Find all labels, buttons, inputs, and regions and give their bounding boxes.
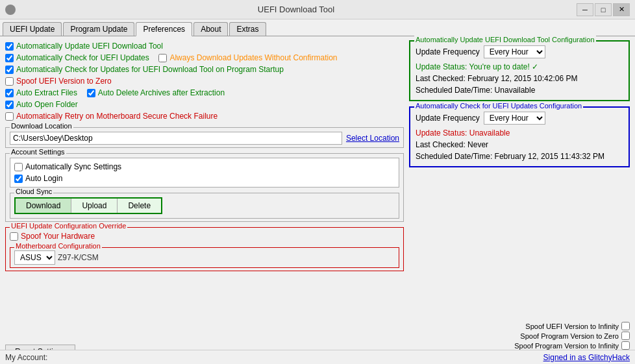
spoof-version-checkbox[interactable] [5,77,14,86]
auto-sync-row: Automatically Sync Settings [14,161,395,173]
spoof-uefi-infinity-label: Spoof UEFI Version to Infinity [525,322,619,330]
spoof-hw-checkbox[interactable] [10,232,18,241]
auto-check-freq-row: Update Frequency Every Hour Every Day Ev… [416,112,623,125]
cloud-sync-buttons: Download Upload Delete [14,197,162,214]
spoof-version-label: Spoof UEFI Version to Zero [16,75,112,87]
cloud-upload-button[interactable]: Upload [71,199,118,213]
download-location-fieldset: Download Location Select Location [5,127,404,148]
auto-update-config-title: Automatically Update UEFI Download Tool … [414,36,596,43]
left-panel: Automatically Update UEFI Download Tool … [5,40,404,271]
maximize-button[interactable]: □ [595,3,612,16]
cloud-download-button[interactable]: Download [16,199,71,213]
tab-uefi-update[interactable]: UEFI Update [3,22,62,36]
auto-delete-label: Auto Delete Archives after Extraction [98,87,225,99]
auto-extract-label: Auto Extract Files [16,87,77,99]
auto-open-checkbox[interactable] [5,101,14,109]
spoof-program-infinity-checkbox[interactable] [621,341,630,350]
auto-retry-row: Automatically Retry on Motherboard Secur… [5,110,404,122]
auto-open-label: Auto Open Folder [16,99,78,110]
app-icon [5,5,16,15]
always-download-checkbox[interactable] [158,54,167,62]
tab-about[interactable]: About [193,22,228,36]
auto-check-freq-select[interactable]: Every Hour Every Day Every Week Never [484,112,545,125]
spoof-hw-row: Spoof Your Hardware [10,230,399,242]
download-location-legend: Download Location [10,122,73,130]
uefi-override-section: UEFI Update Configuration Override Spoof… [5,227,404,271]
minimize-button[interactable]: ─ [577,3,593,16]
always-download-label: Always Download Updates Without Confirma… [169,52,337,64]
auto-update-freq-label: Update Frequency [416,47,480,56]
auto-check-scheduled: Scheduled Date/Time: February 12, 2015 1… [416,151,623,162]
spoof-uefi-infinity-checkbox[interactable] [621,322,630,330]
spoof-hw-label: Spoof Your Hardware [21,230,95,242]
account-settings-legend: Account Settings [10,148,66,156]
auto-extract-checkbox[interactable] [5,89,14,97]
auto-update-uefi-checkbox[interactable] [5,42,14,51]
checkboxes-section: Automatically Update UEFI Download Tool … [5,40,404,122]
spoof-program-zero-checkbox[interactable] [621,332,630,340]
auto-update-scheduled: Scheduled Date/Time: Unavailable [416,84,623,96]
status-bar: My Account: Signed in as GlitchyHack [0,350,635,364]
auto-check-last-checked: Last Checked: Never [416,139,623,151]
auto-check-updates-checkbox[interactable] [5,66,14,74]
download-path-input[interactable] [10,132,342,145]
tab-bar: UEFI Update Program Update Preferences A… [0,19,635,36]
auto-update-last-checked: Last Checked: February 12, 2015 10:42:06… [416,73,623,84]
auto-sync-checkbox[interactable] [14,163,23,171]
auto-update-config-box: Automatically Update UEFI Download Tool … [409,40,630,101]
spoof-program-zero-row: Spoof Program Version to Zero [520,332,630,340]
auto-delete-checkbox[interactable] [87,89,95,97]
mb-selects: ASUS Z97-K/CSM [14,250,395,265]
spoof-program-zero-label: Spoof Program Version to Zero [520,332,619,340]
mb-vendor-select[interactable]: ASUS [14,250,55,265]
auto-open-row: Auto Open Folder [5,99,404,110]
cloud-delete-button[interactable]: Delete [118,199,161,213]
account-box: Automatically Sync Settings Auto Login [10,158,399,188]
window-controls: ─ □ ✕ [577,3,630,16]
spoof-program-infinity-row: Spoof Program Version to Infinity [514,341,630,350]
auto-check-uefi-label: Automatically Check for UEFI Updates [16,52,149,64]
auto-update-freq-select[interactable]: Every Hour Every Day Every Week Never [484,45,545,58]
right-panel: Automatically Update UEFI Download Tool … [409,40,630,271]
auto-update-uefi-label: Automatically Update UEFI Download Tool [16,40,163,52]
auto-update-freq-row: Update Frequency Every Hour Every Day Ev… [416,45,623,58]
spoof-version-row: Spoof UEFI Version to Zero [5,75,404,87]
auto-check-status: Update Status: Unavailable [416,127,623,139]
auto-retry-checkbox[interactable] [5,112,14,121]
close-button[interactable]: ✕ [613,3,630,16]
content-area: Automatically Update UEFI Download Tool … [0,36,635,361]
auto-check-config-title: Automatically Check for UEFI Updates Con… [414,102,583,110]
auto-check-updates-label: Automatically Check for Updates for UEFI… [16,64,284,75]
auto-check-uefi-checkbox[interactable] [5,54,14,62]
signed-in-link[interactable]: Signed in as GlitchyHack [543,353,630,362]
window-title: UEFI Download Tool [16,5,577,14]
auto-login-checkbox[interactable] [14,175,23,183]
mb-config-section: Motherboard Configuration ASUS Z97-K/CSM [10,247,399,268]
auto-login-label: Auto Login [25,173,62,184]
tab-program-update[interactable]: Program Update [63,22,134,36]
mb-model-text: Z97-K/CSM [58,253,99,262]
cloud-sync-legend: Cloud Sync [14,188,53,195]
select-location-link[interactable]: Select Location [346,134,399,143]
my-account-label: My Account: [5,353,47,362]
tab-extras[interactable]: Extras [229,22,266,36]
title-bar: UEFI Download Tool ─ □ ✕ [0,0,635,19]
auto-extract-row: Auto Extract Files Auto Delete Archives … [5,87,404,99]
auto-update-status: Update Status: You're up to date! ✓ [416,61,623,73]
auto-retry-label: Automatically Retry on Motherboard Secur… [16,110,218,122]
auto-check-updates-row: Automatically Check for Updates for UEFI… [5,64,404,75]
spoof-program-infinity-label: Spoof Program Version to Infinity [514,342,619,350]
uefi-override-legend: UEFI Update Configuration Override [10,222,127,230]
auto-check-config-box: Automatically Check for UEFI Updates Con… [409,106,630,167]
auto-update-uefi-row: Automatically Update UEFI Download Tool [5,40,404,52]
spoof-uefi-infinity-row: Spoof UEFI Version to Infinity [525,322,630,330]
tab-preferences[interactable]: Preferences [136,22,192,36]
auto-sync-label: Automatically Sync Settings [25,161,121,173]
mb-config-legend: Motherboard Configuration [14,242,102,250]
auto-check-uefi-row: Automatically Check for UEFI Updates Alw… [5,52,404,64]
auto-login-row: Auto Login [14,173,395,184]
account-settings-fieldset: Account Settings Automatically Sync Sett… [5,153,404,222]
auto-check-freq-label: Update Frequency [416,114,480,123]
